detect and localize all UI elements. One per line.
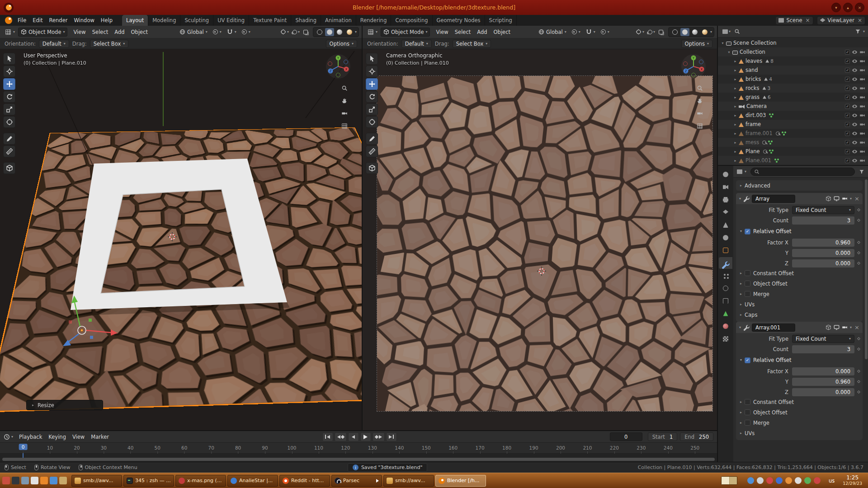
- shading-wireframe-button[interactable]: [315, 28, 324, 36]
- launcher-icon-6[interactable]: [50, 477, 57, 484]
- shading-rendered-button[interactable]: [700, 28, 709, 36]
- exclude-checkbox[interactable]: ✓: [845, 86, 850, 91]
- realtime-display-toggle-icon[interactable]: [834, 196, 840, 202]
- timeline-editor-icon[interactable]: ▾: [4, 434, 13, 440]
- offset-value-field[interactable]: 0.000: [792, 367, 854, 375]
- timeline-track[interactable]: [0, 454, 717, 462]
- workspace-tab[interactable]: Texture Paint: [249, 15, 291, 26]
- playhead[interactable]: 0: [19, 444, 28, 450]
- relative-offset-checkbox[interactable]: ✓: [745, 229, 750, 235]
- hide-in-viewport-toggle[interactable]: [852, 67, 858, 73]
- animate-dot[interactable]: [857, 337, 860, 340]
- launcher-icon-1[interactable]: [2, 477, 10, 484]
- modifier-name-field[interactable]: Array.001: [752, 324, 795, 332]
- workspace-pager[interactable]: [721, 476, 737, 485]
- outliner-row[interactable]: ▸ leaves 8 ✓: [718, 56, 868, 66]
- disable-in-renders-toggle[interactable]: [859, 76, 865, 82]
- 3d-viewport-left[interactable]: User Perspective (0) Collection | Plane.…: [0, 49, 362, 430]
- grid-ortho-icon[interactable]: [340, 122, 349, 131]
- modifier-panel-header[interactable]: ▾ Array.001 ▾ ×: [736, 322, 863, 333]
- editor-type-button[interactable]: ▾: [365, 28, 380, 37]
- viewport-menu[interactable]: Select: [452, 29, 474, 35]
- expand-caret[interactable]: ▸: [732, 68, 738, 72]
- outliner-row[interactable]: ▸ dirt.003 ✓: [718, 111, 868, 120]
- timeline-menu[interactable]: Marker: [88, 434, 112, 440]
- hide-in-viewport-toggle[interactable]: [852, 76, 858, 82]
- expand-caret[interactable]: ▸: [732, 86, 738, 90]
- snap-toggle[interactable]: ▾: [225, 28, 239, 37]
- start-frame-field[interactable]: Start1: [648, 432, 677, 441]
- collapsed-section-row[interactable]: ▸ Merge: [736, 289, 863, 299]
- render-toggle-icon[interactable]: [842, 196, 848, 202]
- camera-view-icon[interactable]: [340, 109, 349, 118]
- filter-icon[interactable]: [859, 169, 864, 174]
- realtime-display-toggle-icon[interactable]: [834, 324, 840, 330]
- tab-world[interactable]: [719, 232, 732, 244]
- show-overlays-toggle[interactable]: ▾: [291, 30, 301, 34]
- hide-in-viewport-toggle[interactable]: [852, 49, 858, 55]
- expand-caret[interactable]: ▾: [726, 50, 732, 54]
- section-checkbox[interactable]: [745, 270, 750, 276]
- disable-in-renders-toggle[interactable]: [859, 58, 865, 64]
- disable-in-renders-toggle[interactable]: [859, 103, 865, 109]
- view-navigation-gizmo[interactable]: [681, 54, 706, 79]
- disable-in-renders-toggle[interactable]: [859, 49, 865, 55]
- topbar-menu[interactable]: Help: [98, 17, 116, 23]
- workspace-tab[interactable]: Sculpting: [180, 15, 213, 26]
- launcher-icon-3[interactable]: [21, 477, 29, 484]
- hide-in-viewport-toggle[interactable]: [852, 58, 858, 64]
- snap-toggle[interactable]: ▾: [584, 28, 598, 37]
- launcher-icon-7[interactable]: [59, 477, 67, 484]
- tab-constraints[interactable]: [719, 295, 732, 307]
- taskbar-window-button[interactable]: 345 : zsh — ...: [123, 475, 174, 487]
- shading-rendered-button[interactable]: [345, 28, 354, 36]
- timeline-menu[interactable]: Playback: [16, 434, 45, 440]
- grid-ortho-icon[interactable]: [695, 122, 704, 131]
- tab-tool[interactable]: [719, 169, 732, 180]
- tool-annotate[interactable]: [366, 133, 378, 145]
- topbar-menu[interactable]: Edit: [29, 17, 46, 23]
- keyboard-layout-indicator[interactable]: us: [829, 478, 835, 484]
- transform-orientation-select[interactable]: Global▾: [536, 28, 569, 37]
- offset-value-field[interactable]: 0.000: [792, 259, 854, 267]
- shading-solid-button[interactable]: [325, 28, 334, 36]
- exclude-checkbox[interactable]: ✓: [845, 140, 850, 145]
- relative-offset-row[interactable]: ▾ ✓ Relative Offset: [736, 355, 863, 366]
- animate-dot[interactable]: [857, 380, 860, 383]
- disable-in-renders-toggle[interactable]: [859, 85, 865, 91]
- disable-in-renders-toggle[interactable]: [859, 140, 865, 145]
- blender-menu-icon[interactable]: [5, 17, 12, 24]
- taskbar-window-button[interactable]: smb://awv...: [71, 475, 122, 487]
- jump-to-end-button[interactable]: [386, 432, 397, 441]
- exclude-checkbox[interactable]: ✓: [845, 158, 850, 163]
- tab-render[interactable]: [719, 181, 732, 193]
- outliner-row[interactable]: ▸ rocks 3 ✓: [718, 84, 868, 93]
- hide-in-viewport-toggle[interactable]: [852, 94, 858, 100]
- shading-material-button[interactable]: [690, 28, 699, 36]
- workspace-tab[interactable]: Geometry Nodes: [433, 15, 485, 26]
- operator-panel[interactable]: ▸ Resize: [26, 400, 103, 410]
- scene-selector[interactable]: Scene ×: [775, 16, 813, 25]
- expand-caret[interactable]: ▸: [732, 141, 738, 145]
- exclude-checkbox[interactable]: ✓: [845, 68, 850, 73]
- modifier-extras-menu[interactable]: ▾: [850, 197, 852, 201]
- proportional-editing-toggle[interactable]: ▾: [599, 28, 612, 37]
- modifier-panel-header[interactable]: ▾ Array ▾ ×: [736, 193, 863, 204]
- timeline-menu[interactable]: View: [69, 434, 88, 440]
- collapsed-section-row[interactable]: ▸ Constant Offset: [736, 268, 863, 278]
- animate-dot[interactable]: [857, 251, 860, 254]
- maximize-button[interactable]: ▴: [843, 3, 853, 12]
- zoom-icon[interactable]: [340, 84, 349, 93]
- outliner-row[interactable]: ▸ sand ✓: [718, 66, 868, 75]
- topbar-menu[interactable]: Window: [71, 17, 97, 23]
- offset-value-field[interactable]: 0.960: [792, 239, 854, 247]
- tab-particles[interactable]: [719, 270, 732, 282]
- advanced-section-row[interactable]: ▸ Advanced: [736, 180, 863, 191]
- viewlayer-selector[interactable]: ViewLayer ×: [817, 16, 865, 25]
- expand-caret[interactable]: ▸: [732, 113, 738, 117]
- disable-in-renders-toggle[interactable]: [859, 149, 865, 155]
- outliner-row[interactable]: ▸ Plane.001 ✓: [718, 156, 868, 165]
- tool-scale[interactable]: [366, 103, 378, 115]
- tool-add-cube[interactable]: [366, 162, 378, 174]
- tool-move[interactable]: [3, 78, 15, 90]
